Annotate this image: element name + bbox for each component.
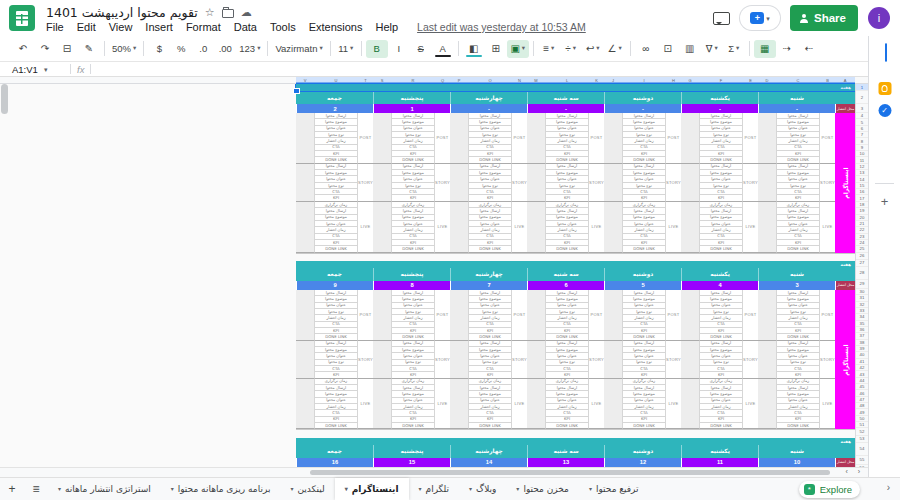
sheet-tab-8[interactable]: ▾ترفیع محتوا — [579, 478, 649, 500]
row-header-1[interactable]: 1 — [856, 84, 868, 91]
text-color-icon[interactable]: A — [432, 40, 454, 58]
name-box[interactable]: A1:V1 ▾ — [0, 64, 64, 75]
tab-menu-caret-icon[interactable]: ▾ — [290, 486, 293, 492]
date-cell[interactable]: - — [681, 104, 758, 113]
format-percent-icon[interactable]: % — [170, 40, 192, 58]
horizontal-scrollbar-thumb[interactable] — [310, 470, 830, 475]
row-label-cell[interactable]: DONE LINK — [545, 246, 589, 252]
row-label-cell[interactable]: DONE LINK — [391, 423, 435, 429]
share-button[interactable]: Share — [790, 5, 858, 31]
menu-view[interactable]: View — [109, 21, 133, 33]
date-cell[interactable]: 11 — [681, 458, 758, 467]
move-to-folder-icon[interactable] — [222, 9, 234, 18]
column-header-H[interactable]: H — [666, 77, 681, 84]
row-label-cell[interactable]: DONE LINK — [622, 246, 666, 252]
column-header-E[interactable]: E — [743, 77, 758, 84]
column-header-N[interactable]: N — [512, 77, 527, 84]
column-header-K[interactable]: K — [589, 77, 604, 84]
fill-color-icon[interactable]: ◧ — [463, 40, 485, 58]
tab-menu-caret-icon[interactable]: ▾ — [589, 486, 592, 492]
bold-icon[interactable]: B — [366, 40, 388, 58]
entry-cell[interactable] — [450, 246, 468, 252]
row-label-cell[interactable]: DONE LINK — [314, 423, 358, 429]
entry-cell[interactable] — [527, 246, 545, 252]
tab-menu-caret-icon[interactable]: ▾ — [58, 486, 61, 492]
sheet-tab-1[interactable]: ▾استراتژی انتشار ماهانه — [48, 478, 161, 500]
text-direction-rtl-icon[interactable]: ⇠ — [798, 40, 820, 58]
explore-button[interactable]: * Explore — [799, 481, 860, 498]
date-cell[interactable]: 13 — [527, 458, 604, 467]
row-header-29[interactable]: 29 — [856, 280, 868, 289]
row-label-cell[interactable]: DONE LINK — [699, 423, 743, 429]
row-header-3[interactable]: 3 — [856, 104, 868, 113]
row-label-cell[interactable]: DONE LINK — [776, 246, 820, 252]
insert-link-icon[interactable]: ∞ — [635, 40, 657, 58]
row-label-cell[interactable]: DONE LINK — [622, 423, 666, 429]
add-sheet-button[interactable]: + — [0, 482, 24, 496]
italic-icon[interactable]: I — [388, 40, 410, 58]
redo-icon[interactable]: ↷ — [34, 40, 56, 58]
menu-insert[interactable]: Insert — [145, 21, 173, 33]
scroll-arrow-icons[interactable]: ‹ › — [845, 468, 864, 475]
row-header-54[interactable]: 54 — [856, 443, 868, 456]
insert-chart-icon[interactable]: ▥ — [679, 40, 701, 58]
sheet-direction-icon[interactable]: ▦ — [754, 40, 776, 58]
present-button[interactable]: + ▾ — [740, 6, 780, 30]
print-icon[interactable]: ⊟ — [56, 40, 78, 58]
date-cell[interactable]: 3 — [758, 281, 835, 290]
entry-cell[interactable] — [296, 246, 314, 252]
date-cell[interactable]: 8 — [373, 281, 450, 290]
sheet-tab-6[interactable]: ▾وبلاگ — [459, 478, 506, 500]
column-header-F[interactable]: F — [699, 77, 743, 84]
increase-decimals-icon[interactable]: .00 — [214, 40, 236, 58]
column-header-I[interactable]: I — [622, 77, 666, 84]
row-header-strip[interactable]: 1234567891011121314151617181920212223242… — [855, 84, 868, 467]
date-cell[interactable]: 2 — [296, 104, 373, 113]
row-label-cell[interactable]: DONE LINK — [545, 423, 589, 429]
date-cell[interactable]: 10 — [758, 458, 835, 467]
date-cell[interactable]: 14 — [450, 458, 527, 467]
font-select[interactable]: Vazirmatn▾ — [272, 40, 325, 58]
row-label-cell[interactable]: DONE LINK — [776, 423, 820, 429]
format-currency-icon[interactable]: $ — [148, 40, 170, 58]
entry-cell[interactable] — [681, 423, 699, 429]
entry-cell[interactable] — [604, 423, 622, 429]
horizontal-align-icon[interactable]: ≡▾ — [538, 40, 560, 58]
menu-edit[interactable]: Edit — [77, 21, 96, 33]
menu-format[interactable]: Format — [186, 21, 221, 33]
row-header-53[interactable]: 53 — [856, 436, 868, 443]
sheet-canvas[interactable]: هفتهجمعهپنجشنبهچهارشنبهسه شنبهدوشنبهیکشن… — [0, 84, 855, 467]
date-cell[interactable]: - — [450, 104, 527, 113]
row-label-cell[interactable]: DONE LINK — [468, 246, 512, 252]
date-cell[interactable]: 9 — [296, 281, 373, 290]
row-header-27[interactable]: 27 — [856, 260, 868, 267]
tab-scroll-right-icon[interactable]: › — [887, 482, 890, 493]
date-cell[interactable]: 7 — [450, 281, 527, 290]
sheet-tab-2[interactable]: ▾برنامه ریزی ماهانه محتوا — [161, 478, 281, 500]
fill-handle[interactable] — [293, 88, 300, 95]
row-header-55[interactable]: 55 — [856, 456, 868, 465]
entry-cell[interactable] — [373, 423, 391, 429]
keep-icon[interactable] — [878, 82, 891, 95]
row-header-26[interactable]: 26 — [856, 253, 868, 260]
column-header-D[interactable]: D — [758, 77, 776, 84]
date-cell[interactable]: 1 — [373, 104, 450, 113]
column-header-strip[interactable]: VUTSRQPONMLKJIHGFEDCBA — [0, 77, 868, 84]
sheets-logo[interactable] — [9, 5, 35, 31]
tab-menu-caret-icon[interactable]: ▾ — [419, 486, 422, 492]
column-header-J[interactable]: J — [604, 77, 622, 84]
date-cell[interactable]: 4 — [681, 281, 758, 290]
column-header-S[interactable]: S — [373, 77, 391, 84]
vertical-align-icon[interactable]: ÷▾ — [560, 40, 582, 58]
column-header-T[interactable]: T — [358, 77, 373, 84]
sheet-tab-4-active[interactable]: ▾اینستاگرام — [335, 478, 409, 500]
row-label-cell[interactable]: DONE LINK — [699, 246, 743, 252]
sheet-tab-7[interactable]: ▾مخزن محتوا — [506, 478, 579, 500]
column-header-G[interactable]: G — [681, 77, 699, 84]
undo-icon[interactable]: ↶ — [12, 40, 34, 58]
entry-cell[interactable] — [373, 246, 391, 252]
tab-menu-caret-icon[interactable]: ▾ — [345, 486, 348, 492]
column-header-R[interactable]: R — [391, 77, 435, 84]
menu-file[interactable]: File — [46, 21, 64, 33]
more-formats-select[interactable]: 123▾ — [236, 40, 263, 58]
